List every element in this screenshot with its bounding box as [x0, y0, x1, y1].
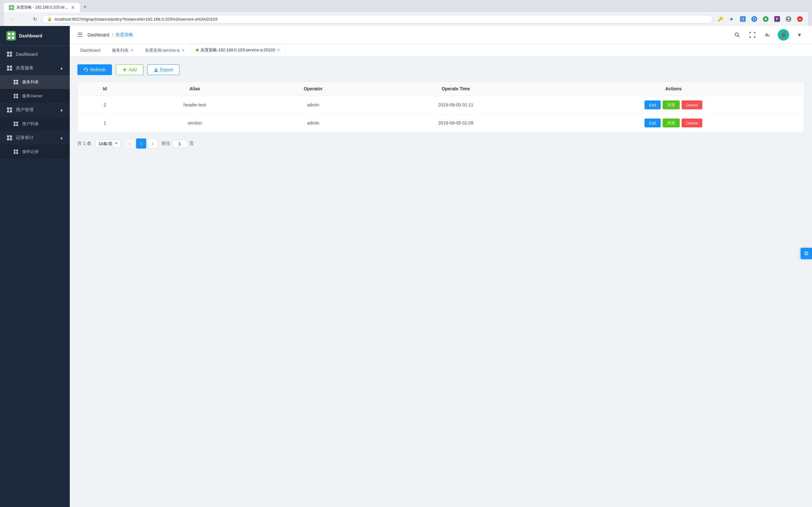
tabs-bar: Dashboard 服务列表 ✕ 灰度实例-service-a ✕ 灰度策略-1…: [70, 44, 812, 57]
dropdown-arrow[interactable]: ▾: [794, 30, 804, 40]
new-tab-button[interactable]: +: [81, 3, 90, 11]
reload-button[interactable]: ↻: [31, 14, 39, 23]
bookmark-icon[interactable]: ★: [727, 14, 736, 23]
refresh-label: Refresh: [90, 67, 106, 72]
goto-label: 前往: [161, 141, 170, 147]
back-button[interactable]: ←: [8, 14, 16, 23]
sidebar-item-service-owner[interactable]: 服务Owner: [0, 89, 70, 103]
sidebar-user-list-label: 用户列表: [22, 121, 63, 127]
edit-button-0[interactable]: Edit: [645, 101, 660, 109]
svg-rect-22: [10, 52, 12, 54]
user-profile-icon[interactable]: [784, 14, 793, 23]
cell-id-0: 2: [78, 96, 132, 114]
sidebar-audit-label: 记录审计: [16, 135, 56, 141]
ext-icon-5[interactable]: ●: [796, 14, 804, 23]
svg-point-9: [753, 18, 755, 20]
cell-operator-0: admin: [258, 96, 369, 114]
cell-actions-0: Edit 决策 Delete: [543, 96, 804, 114]
svg-rect-18: [12, 33, 14, 35]
tab-service-list-label: 服务列表: [112, 48, 129, 53]
user-mgmt-arrow: ▲: [60, 108, 63, 112]
data-table: Id Alias Operator Operate Time Actions 2…: [78, 82, 804, 132]
svg-rect-23: [7, 55, 9, 57]
svg-rect-38: [10, 107, 12, 110]
ext-icon-4[interactable]: P: [773, 14, 781, 23]
browser-toolbar: ← → ↻ 🔒 localhost:9527/#/gray/instance/p…: [4, 12, 808, 26]
policy-button-0[interactable]: 决策: [663, 101, 680, 109]
browser-tab-title: 灰度策略 - 192.168.0.103:servi...: [16, 5, 68, 10]
svg-rect-25: [7, 66, 9, 68]
browser-chrome: 灰度策略 - 192.168.0.103:servi... ✕ + ← → ↻ …: [0, 0, 812, 26]
tab-gray-policy-close[interactable]: ✕: [277, 48, 280, 52]
settings-float-button[interactable]: ⚙: [801, 248, 812, 259]
service-list-icon: [13, 79, 19, 85]
tab-gray-instance-close[interactable]: ✕: [182, 48, 185, 53]
sidebar-item-op-log[interactable]: 操作记录: [0, 145, 70, 159]
user-avatar[interactable]: 🦸: [778, 29, 789, 41]
font-size-button[interactable]: Aa: [763, 30, 773, 40]
tab-favicon: [9, 5, 14, 10]
ext-icon-1[interactable]: J: [739, 14, 747, 23]
sidebar-item-audit[interactable]: 记录审计 ▲: [0, 131, 70, 145]
col-operate-time: Operate Time: [369, 82, 543, 96]
tab-service-list[interactable]: 服务列表 ✕: [107, 44, 139, 56]
svg-point-14: [788, 17, 790, 19]
ext-icon-2[interactable]: [750, 14, 759, 23]
menu-toggle-button[interactable]: ☰: [78, 32, 83, 38]
tab-gray-policy[interactable]: 灰度策略-192.168.0.103:service-a:20103 ✕: [191, 44, 286, 57]
sidebar-item-user-mgmt[interactable]: 用户管理 ▲: [0, 103, 70, 117]
sidebar-dashboard-label: Dashboard: [16, 52, 63, 57]
address-bar[interactable]: 🔒 localhost:9527/#/gray/instance/policy?…: [42, 15, 713, 23]
sidebar-item-gray-service[interactable]: 灰度服务 ▲: [0, 61, 70, 75]
svg-rect-51: [14, 152, 15, 154]
tab-gray-instance[interactable]: 灰度实例-service-a ✕: [140, 44, 190, 56]
cell-time-0: 2019-09-05 01:11: [369, 96, 543, 114]
table-header: Id Alias Operator Operate Time Actions: [78, 82, 804, 96]
svg-rect-46: [10, 135, 12, 137]
gray-service-icon: [6, 65, 13, 71]
topbar-right: Aa 🦸 ▾: [732, 29, 804, 41]
svg-rect-44: [16, 124, 18, 126]
page-nav: ‹ 1 ›: [125, 138, 158, 149]
goto-input[interactable]: [172, 140, 188, 148]
goto-page: 前往 页: [161, 140, 194, 148]
svg-rect-28: [10, 68, 12, 71]
page-size-select[interactable]: 10条/页 20条/页 50条/页: [95, 140, 121, 148]
policy-button-1[interactable]: 决策: [663, 118, 680, 127]
export-button[interactable]: Export: [147, 64, 180, 75]
tab-active-dot: [196, 49, 199, 51]
browser-tab-active[interactable]: 灰度策略 - 192.168.0.103:servi... ✕: [4, 3, 80, 12]
page-1-button[interactable]: 1: [136, 138, 146, 149]
sidebar-item-dashboard[interactable]: Dashboard: [0, 47, 70, 61]
key-icon[interactable]: 🔑: [716, 14, 724, 23]
page-content: Refresh Add Export: [70, 57, 812, 507]
sidebar-gray-service-label: 灰度服务: [16, 65, 56, 71]
delete-button-1[interactable]: Delete: [681, 118, 703, 127]
svg-rect-20: [12, 37, 14, 39]
prev-page-button[interactable]: ‹: [125, 138, 135, 149]
browser-tab-close[interactable]: ✕: [71, 5, 75, 10]
ext-icon-3[interactable]: [761, 14, 770, 23]
tab-service-list-close[interactable]: ✕: [131, 48, 134, 53]
svg-rect-34: [16, 94, 18, 96]
edit-button-1[interactable]: Edit: [645, 118, 660, 127]
sidebar-item-service-list[interactable]: 服务列表: [0, 75, 70, 89]
browser-tabs: 灰度策略 - 192.168.0.103:servi... ✕ +: [4, 3, 808, 12]
next-page-button[interactable]: ›: [148, 138, 158, 149]
svg-rect-52: [16, 152, 18, 154]
sidebar-item-user-list[interactable]: 用户列表: [0, 117, 70, 131]
fullscreen-button[interactable]: [747, 30, 757, 40]
tab-dashboard[interactable]: Dashboard: [75, 44, 106, 56]
forward-button[interactable]: →: [19, 14, 28, 23]
svg-text:●: ●: [799, 17, 801, 21]
svg-rect-49: [14, 150, 15, 152]
user-mgmt-icon: [6, 107, 13, 113]
delete-button-0[interactable]: Delete: [681, 101, 703, 109]
add-button[interactable]: Add: [116, 64, 143, 75]
svg-text:a: a: [768, 34, 770, 37]
sidebar-logo: Dashboard: [0, 26, 70, 46]
search-topbar-button[interactable]: [732, 30, 742, 40]
refresh-button[interactable]: Refresh: [78, 64, 112, 75]
svg-rect-24: [10, 55, 12, 57]
breadcrumb-home[interactable]: Dashboard: [88, 32, 109, 38]
